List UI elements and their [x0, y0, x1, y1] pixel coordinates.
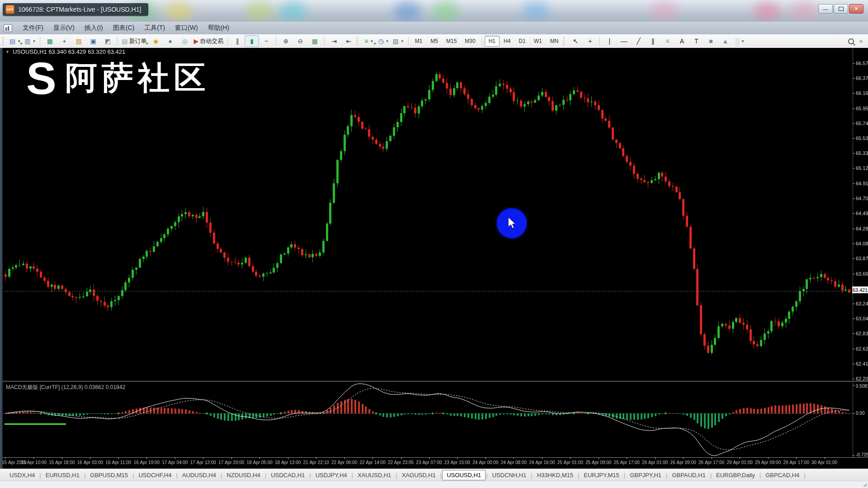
shapes-button[interactable]: ■	[703, 35, 718, 47]
crosshair-button[interactable]: +	[583, 35, 597, 47]
search-icon[interactable]	[848, 38, 854, 44]
symbol-info[interactable]: ▼ USOUSD,H1 63.340 63.429 63.320 63.421	[5, 48, 125, 55]
chevron-down-icon[interactable]: ▼	[401, 39, 404, 43]
horizontal-line-icon: —	[621, 38, 627, 44]
timeframe-button-w1[interactable]: W1	[530, 36, 546, 47]
chart-menu-icon[interactable]	[4, 24, 12, 32]
glass-blob	[279, 2, 307, 21]
symbol-tab-gbpusd[interactable]: GBPUSD,M15	[86, 470, 132, 480]
line-chart-button[interactable]: ~	[259, 35, 274, 47]
menu-item-0[interactable]: 文件(F)	[18, 22, 48, 34]
terminal-button[interactable]: ▣	[86, 35, 100, 47]
menu-item-6[interactable]: 帮助(H)	[203, 22, 234, 34]
new-chart-button[interactable]: ▤+▼	[8, 35, 23, 47]
navigator-button[interactable]: ▨	[71, 35, 86, 47]
zoom-in-button[interactable]: ⊕	[278, 35, 293, 47]
symbol-tab-usdchf[interactable]: USDCHF,H4	[134, 470, 175, 480]
text-label-button[interactable]: T	[689, 35, 703, 47]
channel-button[interactable]: ∥	[646, 35, 660, 47]
timeframe-button-mn[interactable]: MN	[546, 36, 563, 47]
toolbar-overflow-icon[interactable]: »	[859, 38, 863, 44]
timeframe-button-m1[interactable]: M1	[411, 36, 427, 47]
symbol-tab-eurjpy[interactable]: EURJPY,M15	[580, 470, 623, 480]
experts-button[interactable]: ●	[163, 35, 178, 47]
candlestick-chart-canvas[interactable]	[0, 48, 868, 469]
new-order-button[interactable]: ▤+新订单	[120, 35, 148, 47]
arrows-button[interactable]: ▲	[718, 35, 732, 47]
symbol-tab-eurusd[interactable]: EURUSD,H1	[42, 470, 84, 480]
symbol-tab-audusd[interactable]: AUDUSD,H4	[178, 470, 220, 480]
bar-chart-button[interactable]: ∥	[230, 35, 245, 47]
vertical-line-button[interactable]: |	[602, 35, 617, 47]
timeframe-button-m5[interactable]: M5	[426, 36, 442, 47]
periods-button[interactable]: ◷▼	[376, 35, 391, 47]
chevron-down-icon[interactable]: ▼	[32, 39, 36, 43]
chevron-down-icon[interactable]: ▼	[386, 39, 389, 43]
shapes-icon: ■	[709, 38, 712, 44]
chart-shift-icon: ⇤	[346, 38, 351, 44]
crosshair-icon: +	[588, 38, 592, 44]
symbol-tab-gbpcad[interactable]: GBPCAD,H4	[761, 470, 803, 480]
timeframe-button-m15[interactable]: M15	[442, 36, 461, 47]
toolbar-separator	[117, 37, 118, 46]
auto-scroll-button[interactable]: ⇥	[327, 35, 341, 47]
more-tools-button[interactable]: ░▼	[732, 35, 747, 47]
menu-items: 文件(F)显示(V)插入(I)图表(C)工具(T)窗口(W)帮助(H)	[18, 22, 234, 34]
profiles-button[interactable]: ▥▼	[23, 35, 38, 47]
tile-windows-button[interactable]: ▦	[307, 35, 322, 47]
symbol-tab-gbpjpy[interactable]: GBPJPY,H1	[626, 470, 665, 480]
text-button[interactable]: A	[675, 35, 689, 47]
title-pill: CPT 1066728: CPTMarkets-Live - [USOUSD,H…	[3, 3, 148, 16]
glass-blob	[790, 2, 817, 21]
data-window-button[interactable]: +	[57, 35, 71, 47]
symbol-tab-usdjpy[interactable]: USDJPY,H4	[311, 470, 351, 480]
symbol-tab-h33hkd[interactable]: H33HKD,M15	[533, 470, 577, 480]
close-button[interactable]: ✕	[849, 4, 863, 14]
toolbar-separator	[324, 37, 325, 46]
app-icon: CPT	[5, 5, 14, 14]
timeframe-button-h1[interactable]: H1	[485, 36, 500, 47]
menu-item-3[interactable]: 图表(C)	[108, 22, 139, 34]
minimize-button[interactable]: —	[818, 4, 833, 14]
symbol-tab-usdx[interactable]: USDX,H4	[5, 470, 39, 480]
chart-collapse-icon[interactable]: ▼	[5, 50, 9, 54]
menu-item-4[interactable]: 工具(T)	[139, 22, 170, 34]
maximize-button[interactable]	[834, 4, 848, 14]
toolbar-items: ▤+▼▥▼▦+▨▣◩▤+新订单◆●◎▶自动交易∥▮~⊕⊖▦⇥⇤≡+▼◷▼▧▼M1…	[2, 35, 747, 47]
symbol-tab-usdcad[interactable]: USDCAD,H1	[267, 470, 309, 480]
horizontal-line-button[interactable]: —	[617, 35, 631, 47]
candlesticks-button[interactable]: ▮	[245, 35, 259, 47]
strategy-tester-button[interactable]: ◩	[100, 35, 115, 47]
timeframe-button-h4[interactable]: H4	[500, 36, 514, 47]
chart-shift-button[interactable]: ⇤	[341, 35, 356, 47]
market-watch-button[interactable]: ▦	[42, 35, 57, 47]
symbol-tab-usdcnh[interactable]: USDCNH,H1	[488, 470, 530, 480]
templates-button[interactable]: ▧▼	[391, 35, 406, 47]
symbol-tab-eurgbp[interactable]: EURGBP,Daily	[712, 470, 759, 480]
zoom-in-icon: ⊕	[283, 38, 288, 44]
autotrading-button[interactable]: ▶自动交易	[192, 35, 226, 47]
restore-icon	[839, 7, 844, 11]
menu-item-5[interactable]: 窗口(W)	[170, 22, 203, 34]
symbol-tab-gbpaud[interactable]: GBPAUD,H1	[668, 470, 709, 480]
symbol-tab-xagusd[interactable]: XAGUSD,H1	[398, 470, 440, 480]
timeframe-button-d1[interactable]: D1	[514, 36, 529, 47]
menu-item-1[interactable]: 显示(V)	[48, 22, 80, 34]
trendline-button[interactable]: ╱	[631, 35, 646, 47]
timeframe-button-m30[interactable]: M30	[461, 36, 479, 47]
symbol-tab-usousd[interactable]: USOUSD,H1	[442, 470, 486, 480]
zoom-out-button[interactable]: ⊖	[293, 35, 307, 47]
symbol-tab-xauusd[interactable]: XAUUSD,H1	[354, 470, 395, 480]
menu-item-2[interactable]: 插入(I)	[80, 22, 108, 34]
window-title: 1066728: CPTMarkets-Live - [USOUSD,H1]	[18, 6, 141, 13]
signals-button[interactable]: ◎	[178, 35, 192, 47]
templates-icon: ▧	[392, 38, 398, 44]
symbol-tab-nzdusd[interactable]: NZDUSD,H4	[222, 470, 264, 480]
new-order-icon: ▤	[122, 38, 127, 44]
chevron-down-icon[interactable]: ▼	[741, 39, 745, 43]
resize-grip-icon[interactable]: ◢	[863, 482, 867, 488]
metaeditor-button[interactable]: ◆	[149, 35, 163, 47]
fibonacci-button[interactable]: ≡	[660, 35, 675, 47]
cursor-button[interactable]: ↖	[568, 35, 583, 47]
indicators-button[interactable]: ≡+▼	[362, 35, 376, 47]
